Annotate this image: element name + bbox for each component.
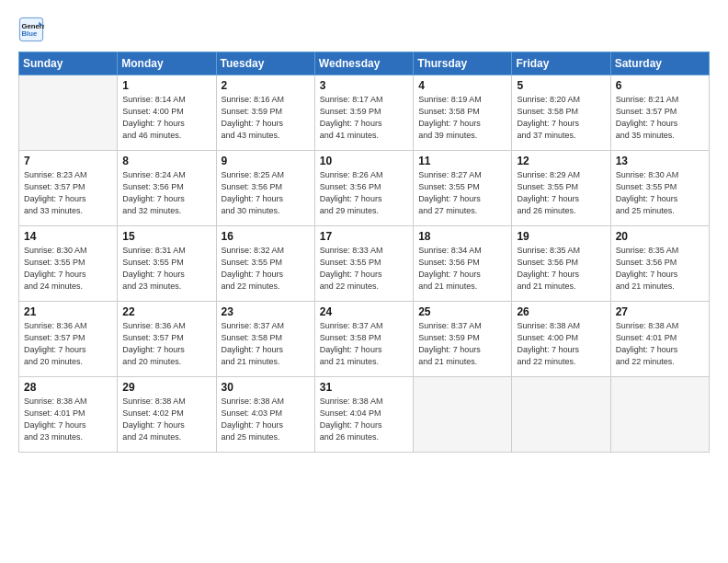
day-info: Sunrise: 8:17 AM Sunset: 3:59 PM Dayligh… [320,94,408,142]
calendar-cell: 25Sunrise: 8:37 AM Sunset: 3:59 PM Dayli… [414,302,512,377]
day-number: 31 [320,381,408,394]
day-number: 30 [222,381,310,394]
calendar-cell: 2Sunrise: 8:16 AM Sunset: 3:59 PM Daylig… [216,75,314,151]
day-info: Sunrise: 8:30 AM Sunset: 3:55 PM Dayligh… [616,169,704,217]
day-number: 20 [616,230,704,243]
calendar-cell: 22Sunrise: 8:36 AM Sunset: 3:57 PM Dayli… [118,302,216,377]
day-number: 27 [616,305,704,318]
weekday-header: Thursday [414,52,512,75]
calendar-cell: 10Sunrise: 8:26 AM Sunset: 3:56 PM Dayli… [314,151,413,226]
calendar-cell: 5Sunrise: 8:20 AM Sunset: 3:58 PM Daylig… [512,75,610,151]
day-info: Sunrise: 8:34 AM Sunset: 3:56 PM Dayligh… [418,245,506,293]
day-info: Sunrise: 8:36 AM Sunset: 3:57 PM Dayligh… [122,320,210,368]
day-number: 17 [320,230,408,243]
calendar-cell: 8Sunrise: 8:24 AM Sunset: 3:56 PM Daylig… [118,151,216,226]
calendar-cell: 7Sunrise: 8:23 AM Sunset: 3:57 PM Daylig… [19,151,118,226]
day-info: Sunrise: 8:37 AM Sunset: 3:58 PM Dayligh… [222,320,310,368]
day-number: 26 [517,305,605,318]
calendar: SundayMondayTuesdayWednesdayThursdayFrid… [18,52,710,453]
header: General Blue [18,17,710,42]
weekday-header: Saturday [610,52,709,75]
calendar-cell: 20Sunrise: 8:35 AM Sunset: 3:56 PM Dayli… [610,226,709,302]
calendar-cell: 12Sunrise: 8:29 AM Sunset: 3:55 PM Dayli… [512,151,610,226]
calendar-cell [19,75,118,151]
day-number: 13 [616,155,704,167]
calendar-cell: 21Sunrise: 8:36 AM Sunset: 3:57 PM Dayli… [19,302,118,377]
day-number: 11 [418,155,506,167]
calendar-cell: 23Sunrise: 8:37 AM Sunset: 3:58 PM Dayli… [216,302,314,377]
day-number: 8 [122,155,210,167]
day-info: Sunrise: 8:24 AM Sunset: 3:56 PM Dayligh… [122,169,210,217]
calendar-cell: 16Sunrise: 8:32 AM Sunset: 3:55 PM Dayli… [216,226,314,302]
logo-icon: General Blue [18,17,44,42]
day-info: Sunrise: 8:29 AM Sunset: 3:55 PM Dayligh… [517,169,605,217]
day-number: 28 [24,381,112,394]
day-number: 9 [222,155,310,167]
day-info: Sunrise: 8:33 AM Sunset: 3:55 PM Dayligh… [320,245,408,293]
day-number: 7 [24,155,112,167]
day-info: Sunrise: 8:38 AM Sunset: 4:01 PM Dayligh… [24,396,112,443]
day-number: 29 [122,381,210,394]
day-number: 23 [222,305,310,318]
day-number: 21 [24,305,112,318]
calendar-cell: 15Sunrise: 8:31 AM Sunset: 3:55 PM Dayli… [118,226,216,302]
calendar-cell: 11Sunrise: 8:27 AM Sunset: 3:55 PM Dayli… [414,151,512,226]
day-number: 3 [320,79,408,92]
calendar-cell: 13Sunrise: 8:30 AM Sunset: 3:55 PM Dayli… [610,151,709,226]
calendar-cell: 9Sunrise: 8:25 AM Sunset: 3:56 PM Daylig… [216,151,314,226]
day-info: Sunrise: 8:35 AM Sunset: 3:56 PM Dayligh… [616,245,704,293]
day-info: Sunrise: 8:21 AM Sunset: 3:57 PM Dayligh… [616,94,704,142]
day-number: 16 [222,230,310,243]
day-number: 19 [517,230,605,243]
calendar-cell: 27Sunrise: 8:38 AM Sunset: 4:01 PM Dayli… [610,302,709,377]
calendar-cell: 30Sunrise: 8:38 AM Sunset: 4:03 PM Dayli… [216,377,314,453]
day-number: 10 [320,155,408,167]
day-info: Sunrise: 8:38 AM Sunset: 4:00 PM Dayligh… [517,320,605,368]
weekday-header: Friday [512,52,610,75]
day-info: Sunrise: 8:14 AM Sunset: 4:00 PM Dayligh… [122,94,210,142]
day-number: 1 [122,79,210,92]
calendar-cell [414,377,512,453]
calendar-cell: 26Sunrise: 8:38 AM Sunset: 4:00 PM Dayli… [512,302,610,377]
day-info: Sunrise: 8:35 AM Sunset: 3:56 PM Dayligh… [517,245,605,293]
calendar-cell: 1Sunrise: 8:14 AM Sunset: 4:00 PM Daylig… [118,75,216,151]
day-info: Sunrise: 8:26 AM Sunset: 3:56 PM Dayligh… [320,169,408,217]
day-info: Sunrise: 8:38 AM Sunset: 4:02 PM Dayligh… [122,396,210,443]
calendar-cell [512,377,610,453]
calendar-cell: 3Sunrise: 8:17 AM Sunset: 3:59 PM Daylig… [314,75,413,151]
calendar-header-row: SundayMondayTuesdayWednesdayThursdayFrid… [19,52,710,75]
calendar-week-row: 1Sunrise: 8:14 AM Sunset: 4:00 PM Daylig… [19,75,710,151]
day-info: Sunrise: 8:36 AM Sunset: 3:57 PM Dayligh… [24,320,112,368]
day-info: Sunrise: 8:25 AM Sunset: 3:56 PM Dayligh… [222,169,310,217]
day-number: 5 [517,79,605,92]
calendar-cell: 17Sunrise: 8:33 AM Sunset: 3:55 PM Dayli… [314,226,413,302]
svg-text:General: General [22,22,45,30]
day-info: Sunrise: 8:37 AM Sunset: 3:59 PM Dayligh… [418,320,506,368]
calendar-week-row: 28Sunrise: 8:38 AM Sunset: 4:01 PM Dayli… [19,377,710,453]
calendar-cell: 29Sunrise: 8:38 AM Sunset: 4:02 PM Dayli… [118,377,216,453]
day-number: 18 [418,230,506,243]
calendar-cell [610,377,709,453]
day-number: 22 [122,305,210,318]
calendar-week-row: 21Sunrise: 8:36 AM Sunset: 3:57 PM Dayli… [19,302,710,377]
day-info: Sunrise: 8:38 AM Sunset: 4:04 PM Dayligh… [320,396,408,443]
calendar-cell: 19Sunrise: 8:35 AM Sunset: 3:56 PM Dayli… [512,226,610,302]
day-number: 24 [320,305,408,318]
day-info: Sunrise: 8:16 AM Sunset: 3:59 PM Dayligh… [222,94,310,142]
weekday-header: Monday [118,52,216,75]
calendar-week-row: 14Sunrise: 8:30 AM Sunset: 3:55 PM Dayli… [19,226,710,302]
calendar-cell: 18Sunrise: 8:34 AM Sunset: 3:56 PM Dayli… [414,226,512,302]
day-info: Sunrise: 8:23 AM Sunset: 3:57 PM Dayligh… [24,169,112,217]
day-info: Sunrise: 8:32 AM Sunset: 3:55 PM Dayligh… [222,245,310,293]
calendar-week-row: 7Sunrise: 8:23 AM Sunset: 3:57 PM Daylig… [19,151,710,226]
day-info: Sunrise: 8:20 AM Sunset: 3:58 PM Dayligh… [517,94,605,142]
calendar-cell: 24Sunrise: 8:37 AM Sunset: 3:58 PM Dayli… [314,302,413,377]
weekday-header: Sunday [19,52,118,75]
day-info: Sunrise: 8:30 AM Sunset: 3:55 PM Dayligh… [24,245,112,293]
day-info: Sunrise: 8:19 AM Sunset: 3:58 PM Dayligh… [418,94,506,142]
day-info: Sunrise: 8:38 AM Sunset: 4:03 PM Dayligh… [222,396,310,443]
svg-text:Blue: Blue [22,29,38,38]
day-number: 15 [122,230,210,243]
page: General Blue SundayMondayTuesdayWednesda… [0,0,728,563]
day-number: 14 [24,230,112,243]
